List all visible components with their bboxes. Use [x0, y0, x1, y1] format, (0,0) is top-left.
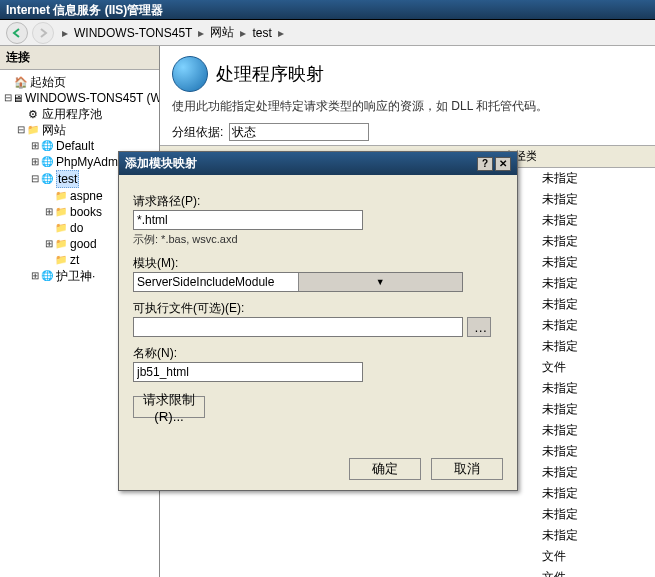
folder-icon: [54, 253, 68, 267]
group-by-label: 分组依据:: [172, 124, 223, 141]
add-module-mapping-dialog: 添加模块映射 ? ✕ 请求路径(P): 示例: *.bas, wsvc.axd …: [118, 151, 518, 491]
tree-app-pools[interactable]: 应用程序池: [2, 106, 157, 122]
close-button[interactable]: ✕: [495, 157, 511, 171]
feature-icon: [172, 56, 208, 92]
globe-icon: [40, 139, 54, 153]
server-icon: [12, 91, 23, 105]
folder-icon: [54, 205, 68, 219]
forward-button[interactable]: [32, 22, 54, 44]
cancel-button[interactable]: 取消: [431, 458, 503, 480]
module-value: ServerSideIncludeModule: [134, 275, 298, 289]
grid-row[interactable]: 未指定: [160, 504, 655, 525]
folder-icon: [54, 237, 68, 251]
executable-label: 可执行文件(可选)(E):: [133, 300, 503, 317]
folder-icon: [26, 123, 40, 137]
request-path-hint: 示例: *.bas, wsvc.axd: [133, 232, 503, 247]
ok-button[interactable]: 确定: [349, 458, 421, 480]
request-path-label: 请求路径(P):: [133, 193, 503, 210]
tree-start-page[interactable]: 起始页: [2, 74, 157, 90]
browse-button[interactable]: …: [467, 317, 491, 337]
page-title: 处理程序映射: [216, 62, 324, 86]
dialog-title-bar[interactable]: 添加模块映射 ? ✕: [119, 152, 517, 175]
arrow-right-icon: [37, 27, 49, 39]
chevron-right-icon: ▸: [198, 26, 204, 40]
dialog-title: 添加模块映射: [125, 155, 197, 172]
name-input[interactable]: [133, 362, 363, 382]
module-label: 模块(M):: [133, 255, 503, 272]
folder-icon: [54, 189, 68, 203]
name-label: 名称(N):: [133, 345, 503, 362]
gear-icon: [26, 107, 40, 121]
help-button[interactable]: ?: [477, 157, 493, 171]
window-title-bar: Internet 信息服务 (IIS)管理器: [0, 0, 655, 20]
globe-icon: [40, 269, 54, 283]
breadcrumb: ▸ WINDOWS-TONS45T ▸ 网站 ▸ test ▸: [62, 24, 284, 41]
page-description: 使用此功能指定处理特定请求类型的响应的资源，如 DLL 和托管代码。: [160, 96, 655, 123]
breadcrumb-server[interactable]: WINDOWS-TONS45T: [74, 26, 192, 40]
grid-row[interactable]: 文件: [160, 567, 655, 577]
request-path-input[interactable]: [133, 210, 363, 230]
group-by-select[interactable]: 状态: [229, 123, 369, 141]
breadcrumb-sites[interactable]: 网站: [210, 24, 234, 41]
sidebar-title: 连接: [0, 46, 159, 70]
arrow-left-icon: [11, 27, 23, 39]
chevron-right-icon: ▸: [278, 26, 284, 40]
chevron-right-icon: ▸: [62, 26, 68, 40]
col-header-handler[interactable]: [536, 146, 586, 167]
executable-input[interactable]: [133, 317, 463, 337]
globe-icon: [40, 172, 54, 186]
grid-row[interactable]: 未指定: [160, 525, 655, 546]
globe-icon: [40, 155, 54, 169]
tree-server[interactable]: ⊟WINDOWS-TONS45T (WIN: [2, 90, 157, 106]
chevron-right-icon: ▸: [240, 26, 246, 40]
home-icon: [14, 75, 28, 89]
request-restrictions-button[interactable]: 请求限制(R)...: [133, 396, 205, 418]
tree-sites[interactable]: ⊟网站: [2, 122, 157, 138]
folder-icon: [54, 221, 68, 235]
toolbar: ▸ WINDOWS-TONS45T ▸ 网站 ▸ test ▸: [0, 20, 655, 46]
chevron-down-icon: ▼: [298, 273, 463, 291]
module-select[interactable]: ServerSideIncludeModule ▼: [133, 272, 463, 292]
breadcrumb-site[interactable]: test: [252, 26, 271, 40]
grid-row[interactable]: 文件: [160, 546, 655, 567]
back-button[interactable]: [6, 22, 28, 44]
window-title: Internet 信息服务 (IIS)管理器: [6, 3, 163, 17]
